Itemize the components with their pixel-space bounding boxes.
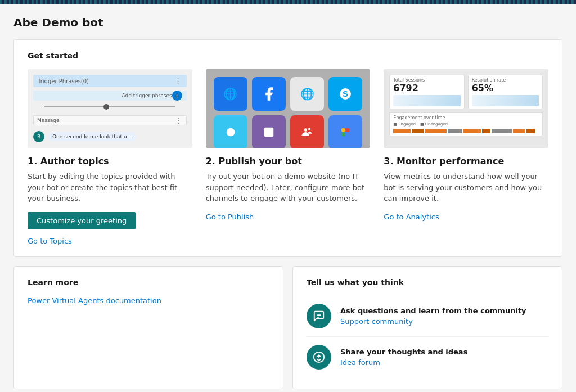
svg-rect-3: [264, 128, 274, 137]
community-text-2: Share your thoughts and ideas Idea forum: [340, 348, 467, 367]
app-icon-colorful: [328, 115, 362, 148]
step1-column: Trigger Phrases(0) ⋮ Add trigger phrases…: [28, 69, 192, 245]
community-title-1: Ask questions and learn from the communi…: [340, 307, 526, 315]
get-started-card: Get started Trigger Phrases(0) ⋮ Add tri…: [14, 39, 562, 257]
resolution-rate-label: Resolution rate: [472, 78, 539, 83]
goto-analytics-link[interactable]: Go to Analytics: [384, 213, 439, 221]
community-text-1: Ask questions and learn from the communi…: [340, 307, 526, 326]
idea-forum-link[interactable]: Idea forum: [340, 358, 380, 367]
community-item-2: Share your thoughts and ideas Idea forum: [307, 337, 548, 377]
pva-docs-link[interactable]: Power Virtual Agents documentation: [28, 296, 161, 305]
goto-topics-link[interactable]: Go to Topics: [28, 237, 72, 245]
goto-publish-link[interactable]: Go to Publish: [206, 213, 254, 221]
step1-message-bar: Message ⋮: [33, 115, 187, 125]
learn-more-title: Learn more: [28, 278, 269, 287]
step3-description: View metrics to understand how well your…: [384, 171, 548, 204]
svg-point-8: [341, 132, 345, 136]
step2-column: 🌐 🌐 S: [206, 69, 371, 245]
step1-heading: 1. Author topics: [28, 156, 192, 166]
app-icon-facebook: [252, 77, 286, 111]
app-icon-teams: [290, 115, 324, 148]
engagement-label: Engagement over time: [393, 115, 539, 120]
sessions-chart: [393, 95, 460, 106]
community-icon-1: [307, 304, 331, 328]
step1-chat-row: B One second le me look that u...: [33, 131, 187, 142]
learn-more-card: Learn more Power Virtual Agents document…: [14, 266, 284, 389]
app-icon-globe1: 🌐: [214, 77, 248, 111]
metrics-row: Total Sessions 6792 Resolution rate 65%: [389, 75, 543, 109]
get-started-title: Get started: [28, 51, 548, 60]
step2-description: Try out your bot on a demo website (no I…: [206, 171, 371, 204]
step2-image: 🌐 🌐 S: [206, 69, 371, 148]
resolution-chart: [472, 95, 539, 106]
step3-image: Total Sessions 6792 Resolution rate 65% …: [384, 69, 548, 148]
step1-trigger-bar: Trigger Phrases(0) ⋮: [33, 75, 187, 87]
step1-slider: [44, 106, 176, 107]
step2-heading: 2. Publish your bot: [206, 156, 371, 166]
svg-text:S: S: [343, 89, 348, 98]
customize-greeting-button[interactable]: Customize your greeting: [28, 212, 136, 229]
total-sessions-value: 6792: [393, 83, 460, 93]
step1-add-bar: Add trigger phrases +: [33, 91, 187, 101]
total-sessions-box: Total Sessions 6792: [389, 75, 464, 109]
support-community-link[interactable]: Support community: [340, 317, 413, 326]
step1-chat-bubble: One second le me look that u...: [48, 132, 136, 141]
svg-point-9: [345, 132, 349, 136]
engagement-legend: ■ Engaged ■ Unengaged: [393, 122, 539, 127]
resolution-rate-value: 65%: [472, 83, 539, 93]
app-icon-skype: S: [328, 77, 362, 111]
bottom-grid: Learn more Power Virtual Agents document…: [14, 266, 562, 393]
svg-point-5: [308, 128, 310, 130]
step1-image: Trigger Phrases(0) ⋮ Add trigger phrases…: [28, 69, 192, 148]
app-icon-blue: [214, 115, 248, 148]
engagement-chart: [393, 129, 539, 133]
tell-us-title: Tell us what you think: [307, 278, 548, 287]
resolution-rate-box: Resolution rate 65%: [468, 75, 543, 109]
step1-description: Start by editing the topics provided wit…: [28, 171, 192, 204]
learn-more-link-wrapper: Power Virtual Agents documentation: [28, 296, 269, 305]
svg-point-6: [341, 128, 345, 132]
tell-us-card: Tell us what you think Ask questions and…: [292, 266, 562, 389]
step3-column: Total Sessions 6792 Resolution rate 65% …: [384, 69, 548, 245]
community-icon-2: [307, 345, 331, 370]
engagement-box: Engagement over time ■ Engaged ■ Unengag…: [389, 112, 543, 136]
total-sessions-label: Total Sessions: [393, 78, 460, 83]
community-item-1: Ask questions and learn from the communi…: [307, 296, 548, 337]
svg-point-7: [345, 128, 349, 132]
step3-heading: 3. Monitor performance: [384, 156, 548, 166]
app-icon-purple: [252, 115, 286, 148]
step1-avatar: B: [33, 131, 44, 142]
svg-point-2: [226, 128, 235, 137]
community-title-2: Share your thoughts and ideas: [340, 348, 467, 356]
step1-circle-icon: +: [172, 91, 182, 101]
app-icon-globe2: 🌐: [290, 77, 324, 111]
svg-point-4: [304, 128, 308, 132]
get-started-grid: Trigger Phrases(0) ⋮ Add trigger phrases…: [28, 69, 548, 245]
page-title: Abe Demo bot: [14, 16, 562, 29]
